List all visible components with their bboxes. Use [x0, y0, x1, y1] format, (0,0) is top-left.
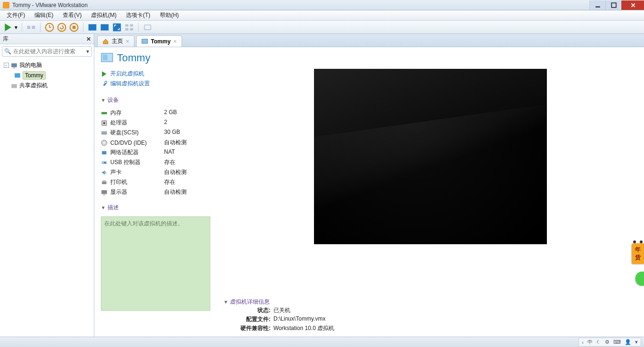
view-console-button[interactable] [87, 22, 98, 33]
device-row-label[interactable]: CD/DVD (IDE) [101, 139, 157, 147]
library-panel: 库 ✕ 🔍 ▾ − 我的电脑 Tommy [0, 34, 94, 337]
tray-ime[interactable]: 中 [587, 339, 593, 346]
vm-summary-panel: Tommy 开启此虚拟机 编辑虚拟机设置 ▼设备 内存2 GB处理器2硬盘(SC… [94, 47, 217, 337]
taskbar: ‹ 中 ☾ ⚙ ⌨ 👤 ▾ [0, 337, 644, 347]
collapse-icon[interactable]: − [4, 63, 9, 68]
library-search-input[interactable] [13, 48, 84, 55]
computer-icon [11, 62, 17, 69]
svg-rect-18 [11, 63, 17, 67]
tab-vm-close[interactable]: × [173, 38, 177, 45]
revert-snapshot-button[interactable] [57, 22, 67, 33]
manage-snapshot-button[interactable] [69, 22, 79, 33]
menu-edit[interactable]: 编辑(E) [31, 10, 57, 20]
tree-node-mycomputer[interactable]: − 我的电脑 [3, 60, 91, 70]
svg-rect-17 [144, 25, 150, 30]
detail-state-label: 状态: [233, 306, 271, 314]
tray-expand-icon[interactable]: ‹ [582, 339, 584, 345]
clock-snapshot-button[interactable] [44, 22, 55, 33]
device-row-value: 2 [164, 119, 210, 127]
device-row-value: NAT [164, 149, 210, 157]
view-unity-button[interactable] [99, 22, 110, 33]
menu-tabs[interactable]: 选项卡(T) [122, 10, 154, 20]
promo-badge[interactable]: 年 货 [632, 243, 644, 264]
tab-vm[interactable]: Tommy × [136, 35, 182, 47]
collapse-triangle-icon: ▼ [223, 299, 228, 305]
toolbar: ▾ [0, 21, 644, 34]
home-icon [102, 38, 109, 45]
svg-rect-20 [15, 73, 20, 77]
tray-user-icon[interactable]: 👤 [625, 339, 631, 345]
device-row-label[interactable]: 显示器 [101, 188, 157, 196]
toolbar-separator [40, 23, 41, 32]
svg-rect-14 [130, 24, 133, 26]
menubar: 文件(F) 编辑(E) 查看(V) 虚拟机(M) 选项卡(T) 帮助(H) [0, 10, 644, 21]
svg-point-25 [105, 81, 107, 83]
cycle-multiple-button[interactable] [142, 22, 153, 33]
vm-large-icon [101, 52, 113, 64]
power-on-button[interactable] [3, 22, 13, 33]
vm-details: ▼虚拟机详细信息 状态:已关机 配置文件:D:\Linux\Tommy.vmx … [223, 296, 637, 333]
tab-home[interactable]: 主页 × [97, 35, 134, 47]
vm-name: Tommy [117, 52, 150, 64]
devices-section-head[interactable]: ▼设备 [101, 96, 210, 104]
details-section-head[interactable]: ▼虚拟机详细信息 [223, 298, 637, 306]
menu-help[interactable]: 帮助(H) [156, 10, 183, 20]
snapshot-button[interactable] [26, 22, 36, 33]
window-maximize-button[interactable] [605, 0, 621, 10]
app-icon [3, 2, 9, 8]
detail-compat-label: 硬件兼容性: [233, 324, 271, 332]
devices-grid: 内存2 GB处理器2硬盘(SCSI)30 GBCD/DVD (IDE)自动检测网… [101, 109, 210, 196]
tray-keyboard-icon[interactable]: ⌨ [613, 339, 621, 345]
tray-gear-icon[interactable]: ⚙ [605, 339, 610, 345]
window-close-button[interactable] [621, 0, 644, 10]
device-row-label[interactable]: USB 控制器 [101, 158, 157, 166]
svg-rect-16 [130, 28, 133, 30]
vm-screen-preview[interactable] [314, 69, 547, 244]
action-edit-settings[interactable]: 编辑虚拟机设置 [101, 79, 210, 89]
device-row-value: 30 GB [164, 129, 210, 137]
display-icon [101, 189, 107, 196]
menu-vm[interactable]: 虚拟机(M) [87, 10, 120, 20]
tree-node-shared[interactable]: 共享虚拟机 [3, 81, 91, 91]
device-row-label[interactable]: 内存 [101, 109, 157, 117]
fullscreen-button[interactable] [112, 22, 122, 33]
description-box[interactable]: 在此处键入对该虚拟机的描述。 [101, 216, 210, 311]
toolbar-separator [22, 23, 22, 32]
power-dropdown[interactable]: ▾ [14, 24, 18, 31]
description-section-head[interactable]: ▼描述 [101, 204, 210, 212]
library-close-button[interactable]: ✕ [86, 36, 91, 42]
action-power-on[interactable]: 开启此虚拟机 [101, 69, 210, 79]
device-row-label[interactable]: 打印机 [101, 178, 157, 186]
library-tree: − 我的电脑 Tommy 共享虚拟机 [0, 58, 94, 337]
device-row-label[interactable]: 硬盘(SCSI) [101, 129, 157, 137]
svg-rect-12 [113, 23, 121, 31]
svg-rect-3 [32, 25, 35, 29]
thumbnail-button[interactable] [124, 22, 134, 33]
tree-label-vm: Tommy [23, 71, 46, 80]
main-area: 主页 × Tommy × Tommy 开启此虚拟机 编辑虚拟机设置 ▼设备 [94, 34, 644, 337]
tree-label-mycomputer: 我的电脑 [19, 61, 42, 69]
svg-rect-28 [103, 122, 106, 124]
menu-view[interactable]: 查看(V) [59, 10, 85, 20]
svg-rect-34 [103, 162, 104, 163]
tray-dropdown-icon[interactable]: ▾ [635, 339, 638, 345]
system-tray[interactable]: ‹ 中 ☾ ⚙ ⌨ 👤 ▾ [578, 338, 641, 347]
tree-node-vm[interactable]: Tommy [13, 70, 91, 81]
wrench-icon [101, 81, 107, 87]
shared-icon [11, 83, 17, 89]
toolbar-separator [138, 23, 139, 32]
svg-point-31 [103, 142, 105, 144]
window-minimize-button[interactable] [589, 0, 605, 10]
device-row-value: 自动检测 [164, 168, 210, 176]
menu-file[interactable]: 文件(F) [3, 10, 29, 20]
svg-rect-1 [611, 3, 616, 8]
svg-rect-26 [101, 112, 107, 114]
tab-home-close[interactable]: × [126, 38, 129, 45]
device-row-label[interactable]: 网络适配器 [101, 149, 157, 157]
tray-moon-icon[interactable]: ☾ [596, 339, 601, 345]
search-dropdown[interactable]: ▾ [86, 48, 90, 55]
library-search[interactable]: 🔍 ▾ [2, 46, 92, 57]
device-row-label[interactable]: 声卡 [101, 168, 157, 176]
device-row-label[interactable]: 处理器 [101, 119, 157, 127]
usb-icon [101, 159, 107, 166]
